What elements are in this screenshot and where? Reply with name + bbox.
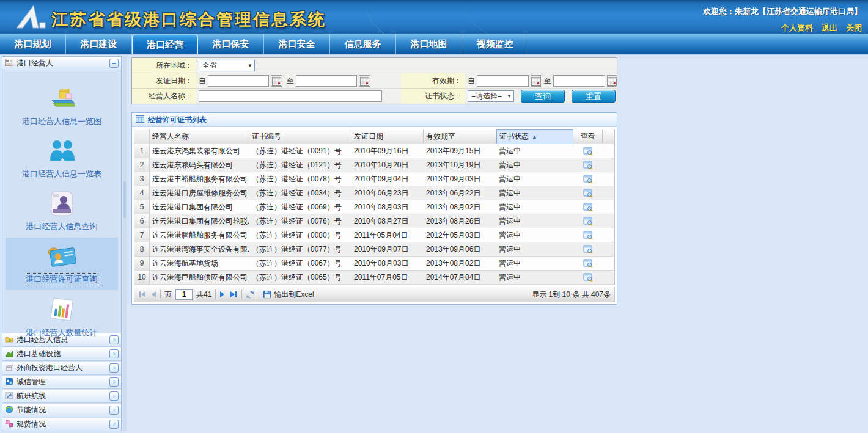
tab-port-planning[interactable]: 港口规划 — [0, 34, 66, 54]
sidebar-panel-energy[interactable]: 节能情况 + — [2, 404, 121, 417]
view-record-icon[interactable] — [583, 258, 593, 268]
investment-box-icon — [5, 363, 13, 373]
next-page-icon[interactable] — [219, 291, 226, 298]
sidebar-panel-label: 节能情况 — [17, 405, 106, 415]
view-record-icon[interactable] — [583, 202, 593, 212]
col-valid-until[interactable]: 有效期至 — [424, 129, 496, 144]
cell-filler — [603, 257, 614, 270]
tab-info-service[interactable]: 信息服务 — [330, 34, 396, 54]
expand-plus-icon[interactable]: + — [109, 420, 119, 429]
cell-filler — [603, 200, 614, 214]
refresh-icon[interactable] — [246, 290, 255, 299]
query-button[interactable]: 查询 — [521, 90, 565, 103]
validity-to-input[interactable] — [553, 75, 605, 87]
expand-plus-icon[interactable]: + — [109, 363, 119, 373]
cell-view — [573, 158, 603, 172]
tab-port-operation[interactable]: 港口经营 — [132, 34, 198, 54]
export-excel-button[interactable]: 输出到Excel — [263, 289, 314, 300]
tab-port-map[interactable]: 港口地图 — [396, 34, 462, 54]
calendar-icon[interactable] — [531, 75, 541, 87]
sidebar-panel-operator-info[interactable]: 港口经营人信息 + — [2, 333, 121, 347]
sidebar-item-operator-overview-chart[interactable]: 港口经营人信息一览图 — [6, 80, 118, 133]
col-issue-date[interactable]: 发证日期 — [351, 129, 424, 144]
view-record-icon[interactable] — [583, 188, 593, 198]
first-page-icon[interactable] — [138, 291, 147, 298]
cert-status-select[interactable]: =请选择= ▼ — [468, 90, 514, 102]
sidebar-splitter[interactable] — [123, 56, 127, 431]
stacked-books-icon — [47, 86, 76, 114]
cell-valid-until: 2013年08月02日 — [424, 200, 496, 214]
view-record-icon[interactable] — [583, 272, 593, 282]
issue-date-from-input[interactable] — [208, 75, 269, 87]
cell-view — [573, 144, 603, 158]
cell-issue-date: 2010年08月27日 — [351, 214, 424, 228]
tab-port-construction[interactable]: 港口建设 — [66, 34, 132, 54]
table-row[interactable]: 5连云港港口集团有限公司（苏连）港经证（0069）号2010年08月03日201… — [134, 200, 614, 214]
reset-button[interactable]: 重置 — [572, 90, 616, 103]
col-cert-number[interactable]: 证书编号 — [249, 129, 351, 144]
table-row[interactable]: 10连云港海巨船舶供应有限公司（苏连）港经证（0065）号2011年07月05日… — [134, 271, 614, 285]
col-view[interactable]: 查看 — [573, 129, 603, 144]
table-body: 1连云港东鸿集装箱有限公司（苏连）港经证（0091）号2010年09月16日20… — [134, 144, 614, 285]
operator-name-input[interactable] — [199, 90, 382, 102]
cell-issue-date: 2010年06月23日 — [351, 186, 424, 200]
expand-plus-icon[interactable]: + — [109, 377, 119, 387]
sidebar-panel-port-operators[interactable]: 港口经营人 − — [2, 57, 121, 70]
issue-date-to-input[interactable] — [296, 75, 357, 87]
col-cert-status-sorted[interactable]: 证书状态▲ — [496, 129, 573, 144]
sidebar-panel-title: 港口经营人 — [17, 58, 106, 68]
view-record-icon[interactable] — [583, 174, 593, 184]
region-select[interactable]: 全省 ▼ — [199, 60, 255, 71]
sidebar-item-operator-overview-table[interactable]: 港口经营人信息一览表 — [6, 133, 118, 185]
table-row[interactable]: 9连云港海航基地货场（苏连）港经证（0067）号2010年08月03日2013年… — [134, 257, 614, 271]
sidebar-item-operator-info-query[interactable]: 港口经营人信息查询 — [6, 185, 118, 238]
table-row[interactable]: 1连云港东鸿集装箱有限公司（苏连）港经证（0091）号2010年09月16日20… — [134, 144, 614, 158]
cell-filler — [603, 242, 614, 256]
sidebar-panel-foreign-investment[interactable]: 外商投资港口经营人 + — [2, 362, 121, 375]
sidebar-panel-label: 港口经营人信息 — [17, 335, 106, 345]
table-row[interactable]: 4连云港港口房屋维修服务公司（苏连）港经证（0034）号2010年06月23日2… — [134, 186, 614, 200]
view-record-icon[interactable] — [583, 146, 593, 156]
last-page-icon[interactable] — [229, 291, 238, 298]
calendar-icon[interactable] — [271, 75, 282, 87]
collapse-minus-icon[interactable]: − — [109, 59, 119, 68]
sidebar-panel-integrity[interactable]: 诚信管理 + — [2, 376, 121, 389]
expand-plus-icon[interactable]: + — [109, 335, 119, 344]
panel-title: 经营许可证书列表 — [148, 115, 207, 125]
cell-issue-date: 2010年09月16日 — [351, 144, 424, 158]
calendar-icon[interactable] — [607, 75, 617, 87]
calendar-icon[interactable] — [359, 75, 370, 87]
sidebar-panel-fees[interactable]: 规费情况 + — [2, 418, 121, 431]
view-record-icon[interactable] — [583, 230, 593, 240]
cell-cert-number: （苏连）港经证（0080）号 — [249, 228, 351, 242]
expand-plus-icon[interactable]: + — [109, 349, 119, 358]
integrity-icon — [5, 377, 13, 387]
cell-operator-name: 连云港海航基地货场 — [150, 257, 249, 270]
view-record-icon[interactable] — [583, 216, 593, 226]
logout-link[interactable]: 退出 — [822, 23, 837, 34]
col-operator-name[interactable]: 经营人名称 — [150, 129, 249, 144]
sidebar-panel-routes[interactable]: 航班航线 + — [2, 390, 121, 403]
cell-valid-until: 2013年10月19日 — [424, 158, 496, 172]
chevron-down-icon: ▼ — [248, 63, 252, 68]
prev-page-icon[interactable] — [150, 291, 156, 298]
table-row[interactable]: 3连云港丰裕船舶服务有限公司（苏连）港经证（0078）号2010年09月04日2… — [134, 172, 614, 186]
tab-port-security[interactable]: 港口保安 — [198, 34, 264, 54]
expand-plus-icon[interactable]: + — [109, 391, 119, 401]
row-number: 6 — [134, 214, 150, 228]
tab-video-monitor[interactable]: 视频监控 — [462, 34, 528, 54]
expand-plus-icon[interactable]: + — [109, 406, 119, 415]
table-row[interactable]: 7连云港港腾船舶服务有限公司（苏连）港经证（0080）号2011年05月04日2… — [134, 228, 614, 242]
close-link[interactable]: 关闭 — [846, 23, 862, 34]
profile-link[interactable]: 个人资料 — [781, 23, 813, 34]
view-record-icon[interactable] — [583, 160, 593, 170]
validity-from-input[interactable] — [477, 75, 529, 87]
table-row[interactable]: 6连云港港口集团有限公司轮驳...（苏连）港经证（0076）号2010年08月2… — [134, 214, 614, 228]
view-record-icon[interactable] — [583, 244, 593, 254]
table-row[interactable]: 2连云港东粮码头有限公司（苏连）港经证（0121）号2010年10月20日201… — [134, 158, 614, 172]
sidebar-panel-infrastructure[interactable]: 港口基础设施 + — [2, 347, 121, 361]
table-row[interactable]: 8连云港港湾海事安全设备有限...（苏连）港经证（0077）号2010年09月0… — [134, 242, 614, 257]
tab-port-safety[interactable]: 港口安全 — [264, 34, 330, 54]
page-number-input[interactable] — [175, 289, 193, 300]
sidebar-item-license-query[interactable]: 港口经营许可证查询 — [6, 238, 118, 290]
